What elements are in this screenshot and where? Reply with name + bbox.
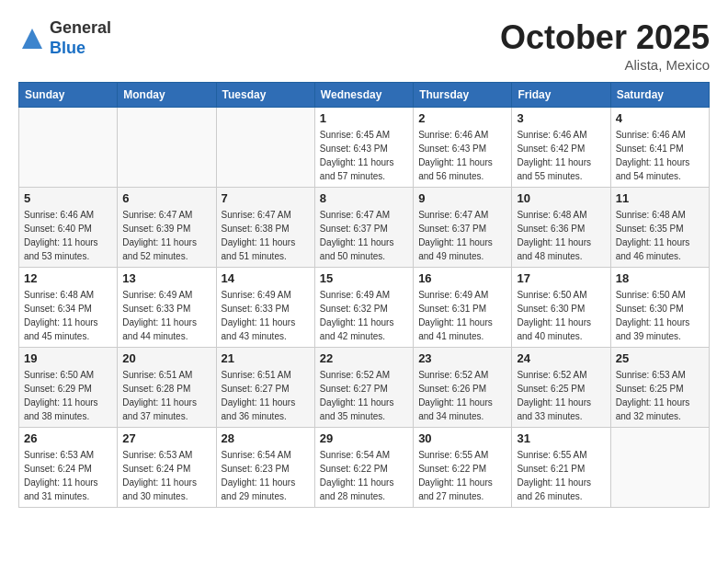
day-info: Sunrise: 6:46 AM Sunset: 6:41 PM Dayligh… — [616, 128, 704, 183]
day-number: 16 — [418, 271, 506, 285]
day-info: Sunrise: 6:52 AM Sunset: 6:25 PM Dayligh… — [517, 368, 605, 423]
day-number: 11 — [616, 191, 704, 205]
day-number: 4 — [616, 111, 704, 125]
weekday-header-monday: Monday — [118, 83, 216, 108]
day-cell-21: 21Sunrise: 6:51 AM Sunset: 6:27 PM Dayli… — [216, 348, 314, 428]
day-info: Sunrise: 6:47 AM Sunset: 6:37 PM Dayligh… — [320, 208, 408, 263]
day-info: Sunrise: 6:49 AM Sunset: 6:32 PM Dayligh… — [320, 288, 408, 343]
page-header: General Blue October 2025 Alista, Mexico — [18, 18, 710, 73]
empty-cell — [118, 108, 216, 188]
day-info: Sunrise: 6:50 AM Sunset: 6:30 PM Dayligh… — [517, 288, 605, 343]
day-number: 6 — [122, 191, 210, 205]
day-cell-26: 26Sunrise: 6:53 AM Sunset: 6:24 PM Dayli… — [19, 428, 118, 508]
week-row-3: 19Sunrise: 6:50 AM Sunset: 6:29 PM Dayli… — [19, 348, 710, 428]
day-cell-23: 23Sunrise: 6:52 AM Sunset: 6:26 PM Dayli… — [414, 348, 512, 428]
day-cell-25: 25Sunrise: 6:53 AM Sunset: 6:25 PM Dayli… — [610, 348, 709, 428]
month-title: October 2025 — [500, 18, 710, 57]
day-number: 15 — [320, 271, 408, 285]
day-info: Sunrise: 6:53 AM Sunset: 6:25 PM Dayligh… — [616, 368, 704, 423]
location: Alista, Mexico — [500, 57, 710, 73]
day-number: 3 — [517, 111, 605, 125]
day-cell-4: 4Sunrise: 6:46 AM Sunset: 6:41 PM Daylig… — [610, 108, 709, 188]
day-number: 23 — [418, 351, 506, 365]
day-info: Sunrise: 6:48 AM Sunset: 6:34 PM Dayligh… — [24, 288, 112, 343]
day-number: 26 — [24, 431, 112, 445]
day-cell-30: 30Sunrise: 6:55 AM Sunset: 6:22 PM Dayli… — [414, 428, 512, 508]
day-number: 24 — [517, 351, 605, 365]
week-row-0: 1Sunrise: 6:45 AM Sunset: 6:43 PM Daylig… — [19, 108, 710, 188]
day-cell-8: 8Sunrise: 6:47 AM Sunset: 6:37 PM Daylig… — [314, 188, 413, 268]
day-number: 10 — [517, 191, 605, 205]
day-number: 17 — [517, 271, 605, 285]
day-number: 29 — [320, 431, 408, 445]
day-cell-15: 15Sunrise: 6:49 AM Sunset: 6:32 PM Dayli… — [314, 268, 413, 348]
day-number: 7 — [222, 191, 310, 205]
day-number: 1 — [320, 111, 408, 125]
day-info: Sunrise: 6:48 AM Sunset: 6:36 PM Dayligh… — [517, 208, 605, 263]
day-info: Sunrise: 6:47 AM Sunset: 6:38 PM Dayligh… — [222, 208, 310, 263]
day-cell-24: 24Sunrise: 6:52 AM Sunset: 6:25 PM Dayli… — [512, 348, 610, 428]
day-cell-12: 12Sunrise: 6:48 AM Sunset: 6:34 PM Dayli… — [19, 268, 118, 348]
empty-cell — [216, 108, 314, 188]
day-number: 9 — [418, 191, 506, 205]
day-cell-27: 27Sunrise: 6:53 AM Sunset: 6:24 PM Dayli… — [118, 428, 216, 508]
calendar-header: SundayMondayTuesdayWednesdayThursdayFrid… — [19, 83, 710, 108]
svg-marker-0 — [22, 29, 42, 49]
day-cell-1: 1Sunrise: 6:45 AM Sunset: 6:43 PM Daylig… — [314, 108, 413, 188]
week-row-4: 26Sunrise: 6:53 AM Sunset: 6:24 PM Dayli… — [19, 428, 710, 508]
day-cell-31: 31Sunrise: 6:55 AM Sunset: 6:21 PM Dayli… — [512, 428, 610, 508]
calendar-body: 1Sunrise: 6:45 AM Sunset: 6:43 PM Daylig… — [19, 108, 710, 508]
day-number: 21 — [222, 351, 310, 365]
day-info: Sunrise: 6:46 AM Sunset: 6:42 PM Dayligh… — [517, 128, 605, 183]
day-info: Sunrise: 6:47 AM Sunset: 6:37 PM Dayligh… — [418, 208, 506, 263]
day-number: 28 — [222, 431, 310, 445]
logo-icon — [18, 25, 46, 52]
day-info: Sunrise: 6:54 AM Sunset: 6:23 PM Dayligh… — [222, 448, 310, 503]
logo: General Blue — [18, 18, 111, 58]
day-info: Sunrise: 6:55 AM Sunset: 6:21 PM Dayligh… — [517, 448, 605, 503]
day-cell-13: 13Sunrise: 6:49 AM Sunset: 6:33 PM Dayli… — [118, 268, 216, 348]
day-cell-3: 3Sunrise: 6:46 AM Sunset: 6:42 PM Daylig… — [512, 108, 610, 188]
title-block: October 2025 Alista, Mexico — [500, 18, 710, 73]
day-cell-16: 16Sunrise: 6:49 AM Sunset: 6:31 PM Dayli… — [414, 268, 512, 348]
day-number: 20 — [122, 351, 210, 365]
day-cell-20: 20Sunrise: 6:51 AM Sunset: 6:28 PM Dayli… — [118, 348, 216, 428]
day-info: Sunrise: 6:52 AM Sunset: 6:26 PM Dayligh… — [418, 368, 506, 423]
weekday-header-saturday: Saturday — [610, 83, 709, 108]
day-info: Sunrise: 6:53 AM Sunset: 6:24 PM Dayligh… — [24, 448, 112, 503]
day-info: Sunrise: 6:46 AM Sunset: 6:43 PM Dayligh… — [418, 128, 506, 183]
day-number: 8 — [320, 191, 408, 205]
day-info: Sunrise: 6:49 AM Sunset: 6:31 PM Dayligh… — [418, 288, 506, 343]
day-cell-18: 18Sunrise: 6:50 AM Sunset: 6:30 PM Dayli… — [610, 268, 709, 348]
day-number: 19 — [24, 351, 112, 365]
logo-text: General Blue — [50, 18, 111, 58]
day-cell-11: 11Sunrise: 6:48 AM Sunset: 6:35 PM Dayli… — [610, 188, 709, 268]
day-cell-9: 9Sunrise: 6:47 AM Sunset: 6:37 PM Daylig… — [414, 188, 512, 268]
day-info: Sunrise: 6:47 AM Sunset: 6:39 PM Dayligh… — [122, 208, 210, 263]
weekday-header-wednesday: Wednesday — [314, 83, 413, 108]
day-number: 25 — [616, 351, 704, 365]
day-cell-19: 19Sunrise: 6:50 AM Sunset: 6:29 PM Dayli… — [19, 348, 118, 428]
day-number: 14 — [222, 271, 310, 285]
day-cell-7: 7Sunrise: 6:47 AM Sunset: 6:38 PM Daylig… — [216, 188, 314, 268]
day-info: Sunrise: 6:51 AM Sunset: 6:28 PM Dayligh… — [122, 368, 210, 423]
weekday-header-friday: Friday — [512, 83, 610, 108]
day-number: 31 — [517, 431, 605, 445]
weekday-header-tuesday: Tuesday — [216, 83, 314, 108]
day-info: Sunrise: 6:49 AM Sunset: 6:33 PM Dayligh… — [122, 288, 210, 343]
day-number: 22 — [320, 351, 408, 365]
day-cell-28: 28Sunrise: 6:54 AM Sunset: 6:23 PM Dayli… — [216, 428, 314, 508]
day-cell-6: 6Sunrise: 6:47 AM Sunset: 6:39 PM Daylig… — [118, 188, 216, 268]
day-info: Sunrise: 6:53 AM Sunset: 6:24 PM Dayligh… — [122, 448, 210, 503]
logo-general: General — [50, 18, 111, 39]
empty-cell — [19, 108, 118, 188]
day-info: Sunrise: 6:45 AM Sunset: 6:43 PM Dayligh… — [320, 128, 408, 183]
day-number: 27 — [122, 431, 210, 445]
day-cell-17: 17Sunrise: 6:50 AM Sunset: 6:30 PM Dayli… — [512, 268, 610, 348]
day-cell-22: 22Sunrise: 6:52 AM Sunset: 6:27 PM Dayli… — [314, 348, 413, 428]
day-cell-29: 29Sunrise: 6:54 AM Sunset: 6:22 PM Dayli… — [314, 428, 413, 508]
day-info: Sunrise: 6:50 AM Sunset: 6:30 PM Dayligh… — [616, 288, 704, 343]
weekday-header-sunday: Sunday — [19, 83, 118, 108]
day-info: Sunrise: 6:49 AM Sunset: 6:33 PM Dayligh… — [222, 288, 310, 343]
day-info: Sunrise: 6:52 AM Sunset: 6:27 PM Dayligh… — [320, 368, 408, 423]
